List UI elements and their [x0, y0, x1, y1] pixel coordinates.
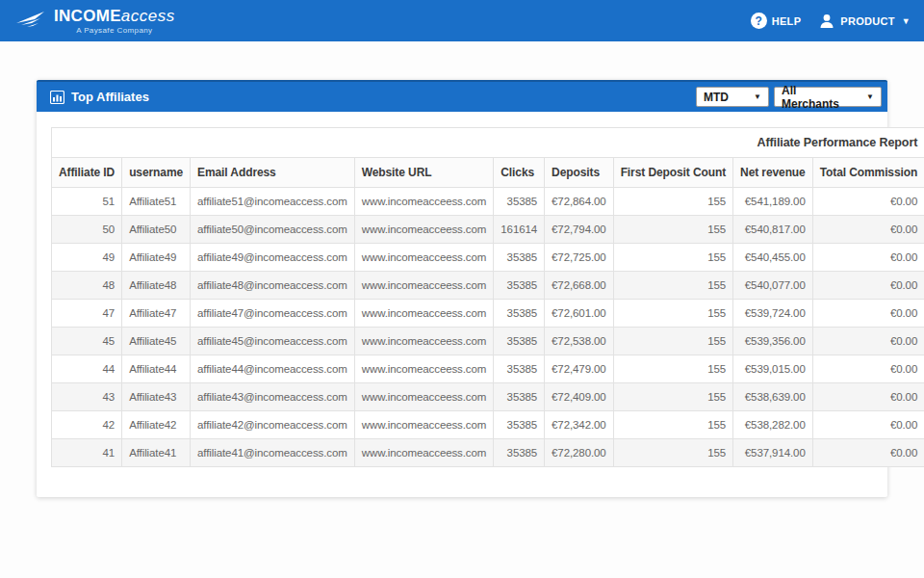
table-cell: www.incomeacceess.com — [354, 355, 494, 383]
table-cell: 35385 — [494, 439, 545, 467]
table-cell: €0.00 — [812, 383, 924, 411]
merchant-select[interactable]: All Merchants ▼ — [774, 87, 882, 107]
table-header-row: Affiliate ID username Email Address Webs… — [52, 158, 924, 188]
table-cell: affiliate45@incomeaccess.com — [191, 328, 355, 355]
table-cell: www.incomeacceess.com — [354, 300, 494, 328]
table-cell: affiliate43@incomeaccess.com — [191, 383, 355, 411]
table-cell: 42 — [52, 411, 122, 439]
table-cell: 155 — [613, 439, 732, 467]
table-cell: €540,817.00 — [733, 216, 813, 244]
table-cell: Affiliate47 — [122, 300, 191, 328]
table-cell: 155 — [613, 300, 732, 328]
table-cell: €540,455.00 — [733, 244, 813, 272]
table-row: 43Affiliate43affiliate43@incomeaccess.co… — [52, 383, 924, 411]
table-cell: affiliate48@incomeaccess.com — [191, 272, 355, 300]
table-cell: Affiliate50 — [122, 216, 191, 244]
table-cell: €72,409.00 — [545, 383, 614, 411]
table-cell: Affiliate45 — [122, 328, 191, 355]
top-affiliates-panel: Top Affiliates MTD ▼ All Merchants ▼ — [37, 80, 887, 497]
table-cell: Affiliate43 — [122, 383, 191, 411]
column-header-email: Email Address — [191, 158, 355, 188]
table-cell: affiliate42@incomeaccess.com — [191, 411, 355, 439]
table-cell: 155 — [613, 216, 732, 244]
table-cell: affiliate49@incomeaccess.com — [191, 244, 355, 272]
table-cell: €0.00 — [812, 411, 924, 439]
report-title: Affiliate Performance Report — [52, 128, 924, 158]
table-row: 45Affiliate45affiliate45@incomeaccess.co… — [52, 328, 924, 355]
column-header-username: username — [122, 158, 191, 188]
table-row: 51Affiliate51affiliate51@incomeaccess.co… — [52, 188, 924, 216]
panel-body: Affiliate Performance Report Affiliate I… — [37, 112, 887, 497]
table-cell: www.incomeacceess.com — [354, 383, 494, 411]
table-cell: affiliate50@incomeaccess.com — [191, 216, 355, 244]
table-cell: www.incomeacceess.com — [354, 439, 494, 467]
table-cell: Affiliate44 — [122, 355, 191, 383]
table-row: 47Affiliate47affiliate47@incomeaccess.co… — [52, 300, 924, 328]
table-cell: €539,724.00 — [733, 300, 813, 328]
brand-tagline: A Paysafe Company — [76, 26, 152, 35]
column-header-clicks: Clicks — [494, 158, 545, 188]
table-cell: €72,479.00 — [545, 355, 614, 383]
table-cell: 48 — [52, 272, 122, 300]
table-cell: €537,914.00 — [733, 439, 813, 467]
table-cell: 35385 — [494, 188, 545, 216]
bar-chart-icon — [50, 91, 64, 104]
column-header-website: Website URL — [354, 158, 494, 188]
table-cell: 35385 — [494, 328, 545, 355]
panel-title-label: Top Affiliates — [71, 90, 149, 104]
help-button[interactable]: ? HELP — [751, 13, 802, 29]
table-cell: €72,794.00 — [545, 216, 614, 244]
period-select[interactable]: MTD ▼ — [696, 87, 769, 107]
column-header-affiliate-id: Affiliate ID — [52, 158, 122, 188]
table-cell: 43 — [52, 383, 122, 411]
table-row: 41Affiliate41affiliate41@incomeaccess.co… — [52, 439, 924, 467]
table-cell: €541,189.00 — [733, 188, 813, 216]
table-cell: www.incomeacceess.com — [354, 188, 494, 216]
table-cell: 35385 — [494, 272, 545, 300]
table-cell: 49 — [52, 244, 122, 272]
user-icon — [818, 13, 835, 30]
brand-swoosh-icon — [15, 11, 50, 30]
page-content: Top Affiliates MTD ▼ All Merchants ▼ — [0, 41, 924, 497]
table-cell: Affiliate41 — [122, 439, 191, 467]
table-cell: affiliate51@incomeaccess.com — [191, 188, 355, 216]
product-menu-button[interactable]: PRODUCT ▼ — [818, 13, 911, 30]
panel-header: Top Affiliates MTD ▼ All Merchants ▼ — [37, 80, 887, 112]
top-nav-actions: ? HELP PRODUCT ▼ — [751, 13, 911, 30]
table-cell: 35385 — [494, 355, 545, 383]
table-cell: €539,356.00 — [733, 328, 813, 355]
table-cell: €0.00 — [812, 272, 924, 300]
affiliate-performance-table: Affiliate Performance Report Affiliate I… — [51, 127, 924, 467]
table-cell: €72,864.00 — [545, 188, 614, 216]
table-cell: 35385 — [494, 300, 545, 328]
table-cell: Affiliate49 — [122, 244, 191, 272]
table-cell: 35385 — [494, 244, 545, 272]
brand-name: INCOMEaccess — [54, 8, 175, 25]
table-cell: €72,601.00 — [545, 300, 614, 328]
table-caption-row: Affiliate Performance Report — [52, 128, 924, 158]
column-header-deposits: Deposits — [545, 158, 614, 188]
table-cell: 44 — [52, 355, 122, 383]
table-cell: 155 — [613, 244, 732, 272]
period-select-value: MTD — [704, 91, 729, 104]
table-row: 50Affiliate50affiliate50@incomeaccess.co… — [52, 216, 924, 244]
table-cell: 51 — [52, 188, 122, 216]
table-cell: affiliate47@incomeaccess.com — [191, 300, 355, 328]
table-cell: Affiliate51 — [122, 188, 191, 216]
table-cell: €0.00 — [812, 216, 924, 244]
table-cell: 155 — [613, 272, 732, 300]
table-cell: €540,077.00 — [733, 272, 813, 300]
caret-down-icon: ▼ — [902, 16, 911, 26]
table-cell: €0.00 — [812, 355, 924, 383]
table-cell: €0.00 — [812, 328, 924, 355]
table-cell: Affiliate42 — [122, 411, 191, 439]
table-cell: €538,639.00 — [733, 383, 813, 411]
product-label: PRODUCT — [840, 15, 895, 27]
table-cell: www.incomeacceess.com — [354, 244, 494, 272]
table-row: 48Affiliate48affiliate48@incomeaccess.co… — [52, 272, 924, 300]
table-cell: affiliate41@incomeaccess.com — [191, 439, 355, 467]
table-cell: 155 — [613, 355, 732, 383]
brand-logo[interactable]: INCOMEaccess A Paysafe Company — [15, 8, 175, 35]
help-label: HELP — [772, 15, 802, 27]
table-row: 44Affiliate44affiliate44@incomeaccess.co… — [52, 355, 924, 383]
